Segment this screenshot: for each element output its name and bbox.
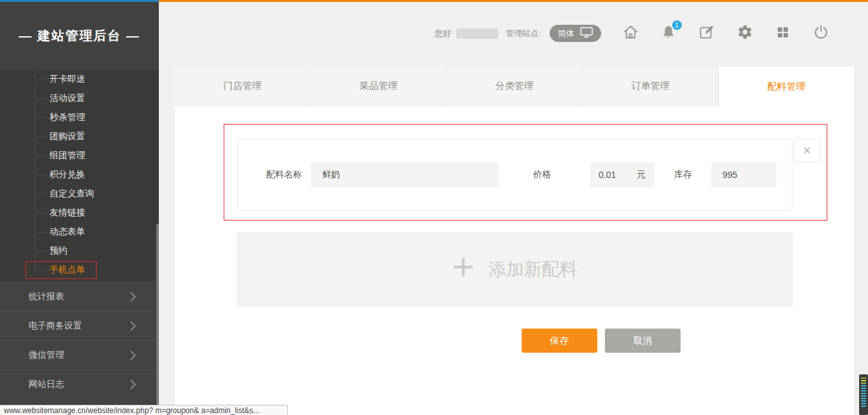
stock-label: 库存 [674,169,692,180]
tab-item[interactable]: 分类管理 [447,67,583,106]
page: — 建站管理后台 — 开卡即送活动设置秒杀管理团购设置组团管理积分兑换自定义查询… [0,0,868,415]
site-label: 管理站点: [506,28,541,39]
notifications-button[interactable]: 1 [660,25,677,42]
plus-icon: + [452,252,474,282]
price-input[interactable] [599,170,627,180]
sidebar-subitem-label: 积分兑换 [50,169,85,180]
tab-item[interactable]: 菜品管理 [311,67,447,106]
tab-label: 分类管理 [496,80,534,92]
sidebar-subitem-label: 友情链接 [50,207,85,219]
home-button[interactable] [622,25,639,42]
tab-bar: 门店管理菜品管理分类管理订单管理配料管理 [175,67,854,106]
sidebar-scrollbar[interactable] [156,224,159,407]
sidebar-subitem[interactable]: 友情链接 [0,203,159,222]
sidebar-subitem-label: 组团管理 [50,150,85,161]
minimap-stripe [861,380,866,381]
sidebar-subitem[interactable]: 活动设置 [0,89,159,108]
sidebar-subitem-label: 秒杀管理 [50,112,85,123]
sidebar-subitem[interactable]: 预约 [0,242,159,261]
sidebar-subitem[interactable]: 积分兑换 [0,165,159,184]
sidebar-subitem[interactable]: 开卡即送 [0,70,159,89]
sidebar-section[interactable]: 电子商务设置 [0,311,159,340]
sidebar-section-label: 网站日志 [29,379,64,390]
save-button[interactable]: 保存 [522,329,597,353]
sidebar-subitem[interactable]: 手机点单 [0,261,159,280]
notification-badge: 1 [672,20,682,30]
minimap-stripe [861,398,866,399]
ingredient-name-input[interactable] [311,162,499,187]
minimap-stripe [861,383,866,384]
tab-label: 订单管理 [632,80,670,92]
tab-label: 菜品管理 [360,80,398,92]
ingredient-card: 配料名称 价格 元 库存 [237,139,792,211]
ingredient-name-label: 配料名称 [266,169,302,180]
close-ingredient-button[interactable]: × [794,139,820,163]
minimap-stripe [861,385,866,386]
sidebar-subitem-label: 团购设置 [50,131,85,142]
price-unit: 元 [637,169,646,180]
chevron-right-icon [126,290,140,304]
sidebar-subitem-label: 预约 [50,245,67,257]
sidebar-subitem-label: 活动设置 [50,93,85,104]
censored-username [456,29,498,39]
edit-icon [698,24,715,43]
language-label: 简体 [558,28,574,39]
sidebar-subitem[interactable]: 动态表单 [0,222,159,242]
edit-button[interactable] [698,25,715,42]
minimap-stripe [861,405,866,407]
browser-status-url: www.websitemanage.cn/website/index.php? … [0,405,288,415]
sidebar-section-label: 电子商务设置 [29,320,82,332]
sidebar-subitem-label: 手机点单 [50,264,85,276]
apps-grid-button[interactable] [775,25,792,42]
sidebar-section[interactable]: 微信管理 [0,340,159,369]
home-icon [622,24,639,43]
sidebar-submenu: 开卡即送活动设置秒杀管理团购设置组团管理积分兑换自定义查询友情链接动态表单预约手… [0,70,159,281]
chevron-right-icon [126,348,140,362]
minimap-stripe [861,378,866,379]
sidebar-subitem-label: 动态表单 [50,226,85,238]
sidebar-section[interactable]: 统计报表 [0,282,159,311]
minimap-widget[interactable] [859,374,868,415]
sidebar-subitem[interactable]: 自定义查询 [0,184,159,203]
sidebar-subitem[interactable]: 秒杀管理 [0,108,159,127]
topbar: 您好 管理站点: 简体 [435,19,830,48]
tab-label: 配料管理 [768,81,806,93]
close-icon: × [803,144,811,158]
sidebar-subitem[interactable]: 组团管理 [0,146,159,165]
add-ingredient-button[interactable]: + 添加新配料 [236,232,793,307]
minimap-stripe [861,403,866,404]
add-ingredient-label: 添加新配料 [489,257,578,282]
app-logo: — 建站管理后台 — [0,2,159,70]
chevron-right-icon [126,378,140,391]
power-icon [813,24,829,43]
sidebar: — 建站管理后台 — 开卡即送活动设置秒杀管理团购设置组团管理积分兑换自定义查询… [0,2,159,407]
top-strip-orange [159,0,868,2]
sidebar-section[interactable]: 网站日志 [0,369,159,398]
tab-item[interactable]: 配料管理 [719,67,854,106]
greeting-text: 您好 [435,28,451,39]
gear-icon [737,24,753,43]
sidebar-sections: 统计报表电子商务设置微信管理网站日志 [0,282,159,407]
sidebar-subitem[interactable]: 团购设置 [0,127,159,146]
minimap-stripe [861,400,866,402]
settings-button[interactable] [736,25,754,42]
language-site-button[interactable]: 简体 [550,25,601,42]
price-label: 价格 [533,169,551,180]
minimap-stripe [861,390,866,391]
sidebar-subitem-label: 自定义查询 [50,188,94,200]
minimap-stripe [861,388,866,389]
tab-item[interactable]: 订单管理 [583,67,719,106]
logout-button[interactable] [813,25,830,42]
grid-icon [775,25,790,43]
cancel-button[interactable]: 取消 [605,329,681,353]
sidebar-section-label: 统计报表 [29,291,64,303]
chevron-right-icon [126,319,140,333]
minimap-stripe [861,393,866,394]
stock-input[interactable] [711,162,776,187]
sidebar-section-label: 微信管理 [29,350,64,361]
tab-label: 门店管理 [224,80,262,92]
sidebar-subitem-label: 开卡即送 [50,74,85,85]
monitor-icon [580,27,593,40]
price-input-box: 元 [590,162,654,187]
tab-item[interactable]: 门店管理 [175,67,311,106]
